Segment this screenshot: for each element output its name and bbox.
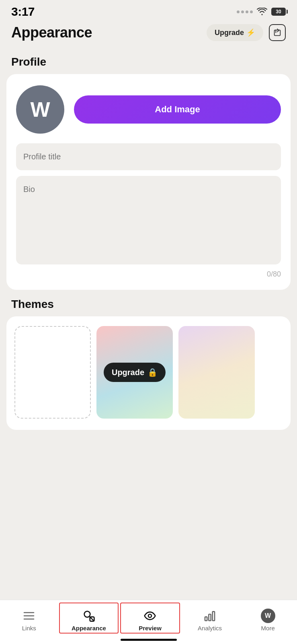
header: Appearance Upgrade ⚡ xyxy=(0,21,297,47)
profile-section-title: Profile xyxy=(0,47,297,74)
char-count: 0/80 xyxy=(16,270,281,279)
theme-item-pink[interactable]: Upgrade 🔒 xyxy=(96,326,173,419)
theme-item-pastel[interactable] xyxy=(178,326,255,419)
svg-point-3 xyxy=(84,611,90,617)
nav-label-more: More xyxy=(261,625,275,632)
lock-icon: 🔒 xyxy=(147,367,158,377)
nav-item-links[interactable]: Links xyxy=(0,600,58,636)
svg-rect-7 xyxy=(209,614,211,621)
theme-item-default[interactable] xyxy=(14,326,91,419)
page-title: Appearance xyxy=(11,24,92,41)
upgrade-overlay: Upgrade 🔒 xyxy=(104,363,166,382)
nav-label-analytics: Analytics xyxy=(198,625,222,632)
themes-card: Upgrade 🔒 xyxy=(6,316,291,430)
themes-section-title: Themes xyxy=(0,290,297,316)
header-actions: Upgrade ⚡ xyxy=(207,24,286,41)
analytics-icon xyxy=(203,609,217,623)
signal-dots-icon xyxy=(237,10,253,13)
appearance-icon xyxy=(82,609,96,623)
links-icon xyxy=(22,609,36,623)
upgrade-button[interactable]: Upgrade ⚡ xyxy=(207,24,263,41)
nav-avatar: W xyxy=(261,609,275,623)
svg-rect-6 xyxy=(205,617,207,621)
status-time: 3:17 xyxy=(11,5,35,19)
svg-point-5 xyxy=(148,614,152,617)
bolt-icon: ⚡ xyxy=(246,28,255,37)
preview-icon xyxy=(143,609,157,623)
nav-item-preview[interactable]: Preview xyxy=(120,603,180,634)
share-button[interactable] xyxy=(269,24,286,41)
nav-item-appearance[interactable]: Appearance xyxy=(59,603,119,634)
svg-rect-8 xyxy=(213,611,215,621)
themes-row: Upgrade 🔒 xyxy=(14,326,283,420)
upgrade-label: Upgrade xyxy=(215,29,244,37)
add-image-button[interactable]: Add Image xyxy=(74,95,281,124)
nav-label-appearance: Appearance xyxy=(72,625,106,632)
nav-item-more[interactable]: W More xyxy=(239,600,297,636)
nav-label-links: Links xyxy=(22,625,36,632)
status-bar: 3:17 30 xyxy=(0,0,297,21)
nav-item-analytics[interactable]: Analytics xyxy=(181,600,239,636)
status-icons: 30 xyxy=(237,8,286,16)
bio-input[interactable] xyxy=(16,176,281,264)
home-indicator xyxy=(121,639,177,641)
battery-icon: 30 xyxy=(271,8,286,16)
wifi-icon xyxy=(257,8,267,16)
upgrade-overlay-text: Upgrade xyxy=(112,368,144,377)
profile-title-input[interactable] xyxy=(16,143,281,170)
avatar: W xyxy=(16,85,64,134)
avatar-letter: W xyxy=(30,97,50,122)
profile-image-row: W Add Image xyxy=(16,85,281,134)
profile-card: W Add Image 0/80 xyxy=(6,74,291,290)
bottom-nav: Links Appearance Preview xyxy=(0,600,297,644)
nav-label-preview: Preview xyxy=(139,625,162,632)
